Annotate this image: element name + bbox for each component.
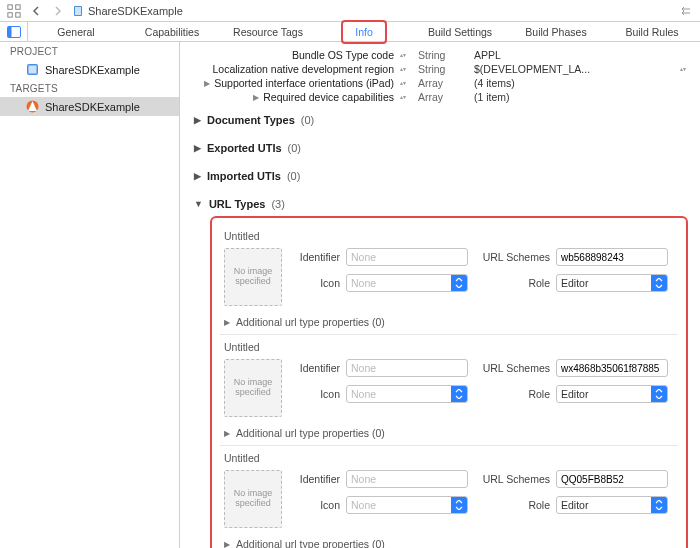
schemes-input[interactable] — [556, 248, 668, 266]
sidebar-targets-header: TARGETS — [0, 79, 179, 97]
identifier-input[interactable] — [346, 248, 468, 266]
role-select[interactable]: Editor — [556, 496, 668, 514]
icon-select[interactable]: None — [346, 274, 468, 292]
role-select[interactable]: Editor — [556, 385, 668, 403]
plist-row[interactable]: Bundle OS Type code▴▾ String APPL — [192, 48, 688, 62]
project-sidebar: PROJECT ShareSDKExample TARGETS ShareSDK… — [0, 42, 180, 548]
tab-resource-tags[interactable]: Resource Tags — [220, 22, 316, 41]
disclosure-triangle-icon[interactable]: ▶ — [204, 79, 210, 88]
additional-label: Additional url type properties (0) — [236, 427, 385, 439]
url-type-image-well[interactable]: No image specified — [224, 359, 282, 417]
role-label: Role — [474, 499, 550, 511]
tab-label: Info — [355, 26, 373, 38]
url-type-title: Untitled — [220, 228, 678, 246]
plist-key: Localization native development region — [212, 63, 394, 75]
svg-rect-3 — [16, 12, 20, 16]
chevron-updown-icon — [451, 386, 467, 402]
svg-rect-7 — [7, 26, 11, 37]
nav-forward-icon[interactable] — [50, 3, 66, 19]
select-value: Editor — [557, 499, 651, 511]
chevron-updown-icon — [451, 497, 467, 513]
additional-url-props[interactable]: ▶ Additional url type properties (0) — [220, 532, 678, 548]
section-exported-utis[interactable]: ▶ Exported UTIs (0) — [192, 132, 688, 160]
role-select[interactable]: Editor — [556, 274, 668, 292]
info-plist-rows: Bundle OS Type code▴▾ String APPL Locali… — [192, 48, 688, 104]
icon-select[interactable]: None — [346, 496, 468, 514]
image-well-placeholder: No image specified — [225, 267, 281, 287]
schemes-input[interactable] — [556, 359, 668, 377]
sidebar-item-label: ShareSDKExample — [45, 101, 140, 113]
section-label: Document Types — [207, 114, 295, 126]
breadcrumb[interactable]: ShareSDKExample — [72, 5, 183, 17]
schemes-label: URL Schemes — [474, 473, 550, 485]
plist-value: (4 items) — [474, 77, 515, 89]
chevron-updown-icon — [451, 275, 467, 291]
schemes-label: URL Schemes — [474, 251, 550, 263]
tab-general[interactable]: General — [28, 22, 124, 41]
identifier-input[interactable] — [346, 359, 468, 377]
plist-type: String — [418, 63, 445, 75]
section-document-types[interactable]: ▶ Document Types (0) — [192, 104, 688, 132]
section-imported-utis[interactable]: ▶ Imported UTIs (0) — [192, 160, 688, 188]
sidebar-project-item[interactable]: ShareSDKExample — [0, 60, 179, 79]
url-type-title: Untitled — [220, 450, 678, 468]
target-app-icon — [26, 100, 39, 113]
disclosure-triangle-icon: ▼ — [194, 199, 203, 209]
tab-info[interactable]: Info — [316, 22, 412, 41]
plist-type: String — [418, 49, 445, 61]
stepper-icon[interactable]: ▴▾ — [398, 95, 408, 100]
toolbar-expand-icon[interactable] — [678, 3, 694, 19]
plist-type: Array — [418, 91, 443, 103]
sidebar-target-item[interactable]: ShareSDKExample — [0, 97, 179, 116]
content-scroll[interactable]: Bundle OS Type code▴▾ String APPL Locali… — [180, 42, 700, 548]
icon-label: Icon — [292, 499, 340, 511]
icon-select[interactable]: None — [346, 385, 468, 403]
tab-build-phases[interactable]: Build Phases — [508, 22, 604, 41]
tab-build-settings[interactable]: Build Settings — [412, 22, 508, 41]
additional-url-props[interactable]: ▶ Additional url type properties (0) — [220, 310, 678, 328]
section-count: (0) — [287, 170, 300, 182]
stepper-icon[interactable]: ▴▾ — [398, 67, 408, 72]
chevron-updown-icon — [651, 275, 667, 291]
tab-label: Capabilities — [145, 26, 199, 38]
project-icon — [26, 63, 39, 76]
identifier-input[interactable] — [346, 470, 468, 488]
tab-capabilities[interactable]: Capabilities — [124, 22, 220, 41]
additional-url-props[interactable]: ▶ Additional url type properties (0) — [220, 421, 678, 439]
stepper-icon[interactable]: ▴▾ — [398, 53, 408, 58]
role-label: Role — [474, 277, 550, 289]
nav-back-icon[interactable] — [28, 3, 44, 19]
plist-row[interactable]: Localization native development region▴▾… — [192, 62, 688, 76]
additional-label: Additional url type properties (0) — [236, 538, 385, 548]
section-url-types[interactable]: ▼ URL Types (3) — [192, 188, 688, 216]
disclosure-triangle-icon: ▶ — [224, 429, 230, 438]
tab-label: Resource Tags — [233, 26, 303, 38]
url-type-title: Untitled — [220, 339, 678, 357]
stepper-icon[interactable]: ▴▾ — [398, 81, 408, 86]
disclosure-triangle-icon[interactable]: ▶ — [253, 93, 259, 102]
select-value: Editor — [557, 388, 651, 400]
section-count: (0) — [301, 114, 314, 126]
identifier-label: Identifier — [292, 251, 340, 263]
url-type-block: Untitled No image specified Identifier U… — [220, 446, 678, 548]
left-panel-toggle-icon[interactable] — [0, 22, 28, 41]
disclosure-triangle-icon: ▶ — [224, 318, 230, 327]
plist-row[interactable]: ▶Required device capabilities▴▾ Array (1… — [192, 90, 688, 104]
select-value: None — [347, 277, 451, 289]
section-label: Exported UTIs — [207, 142, 282, 154]
disclosure-triangle-icon: ▶ — [194, 143, 201, 153]
svg-rect-5 — [75, 7, 81, 15]
plist-row[interactable]: ▶Supported interface orientations (iPad)… — [192, 76, 688, 90]
plist-type: Array — [418, 77, 443, 89]
tab-build-rules[interactable]: Build Rules — [604, 22, 700, 41]
url-type-block: Untitled No image specified Identifier U… — [220, 335, 678, 446]
svg-rect-9 — [29, 66, 37, 74]
select-value: None — [347, 388, 451, 400]
url-type-image-well[interactable]: No image specified — [224, 248, 282, 306]
disclosure-triangle-icon: ▶ — [194, 115, 201, 125]
schemes-input[interactable] — [556, 470, 668, 488]
url-type-image-well[interactable]: No image specified — [224, 470, 282, 528]
stepper-icon[interactable]: ▴▾ — [678, 67, 688, 72]
svg-rect-0 — [8, 4, 12, 8]
view-mode-icon[interactable] — [6, 3, 22, 19]
